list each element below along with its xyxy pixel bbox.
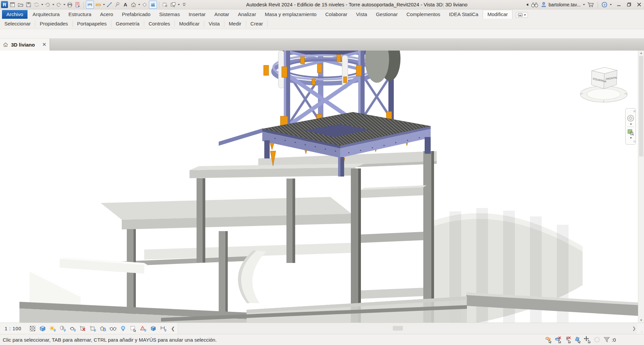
tab-idea-statica[interactable]: IDEA StatiCa <box>445 10 483 19</box>
tab-modificar[interactable]: Modificar <box>483 10 513 19</box>
measure-icon[interactable] <box>95 1 102 8</box>
steering-wheel-icon[interactable] <box>627 114 635 122</box>
antenna-drum[interactable] <box>365 51 400 83</box>
panel-crear[interactable]: Crear <box>246 20 268 27</box>
measure-dropdown-caret[interactable] <box>103 4 105 5</box>
redo-dropdown-caret[interactable] <box>63 4 65 5</box>
search-binoculars-icon[interactable] <box>531 2 539 8</box>
tab-colaborar[interactable]: Colaborar <box>321 10 352 19</box>
tab-masa-y-emplazamiento[interactable]: Masa y emplazamiento <box>260 10 321 19</box>
panel-medir[interactable]: Medir <box>224 20 246 27</box>
scroll-down-arrow[interactable]: ▼ <box>640 318 643 323</box>
reveal-hidden-elements-icon[interactable] <box>119 325 127 333</box>
help-dropdown-caret[interactable] <box>610 4 612 5</box>
vertical-scroll-thumb[interactable] <box>639 56 643 156</box>
customize-qat-icon[interactable] <box>180 1 188 8</box>
navbar-minimize-icon[interactable]: ⊖ <box>633 140 636 143</box>
panel-portapapeles[interactable]: Portapapeles <box>73 20 111 27</box>
text-icon[interactable]: A <box>122 1 129 8</box>
export-icon[interactable] <box>74 1 82 8</box>
user-avatar-icon[interactable] <box>541 2 547 8</box>
concrete-building[interactable] <box>19 151 638 323</box>
thin-lines-icon[interactable] <box>149 1 157 9</box>
undo-dropdown-caret[interactable] <box>52 4 54 5</box>
signed-in-user[interactable]: bartolome.tav... <box>549 2 581 7</box>
print-icon[interactable] <box>66 1 73 8</box>
aligned-dimension-icon[interactable] <box>86 1 94 9</box>
view-tab-3d-liviano[interactable]: 3D liviano ✕ <box>0 39 50 51</box>
reveal-constraints-icon[interactable] <box>159 325 168 333</box>
sync-with-central-icon[interactable] <box>33 1 40 8</box>
tab-gestionar[interactable]: Gestionar <box>372 10 402 19</box>
file-info-icon[interactable] <box>9 1 16 8</box>
open-icon[interactable] <box>17 1 24 8</box>
tab-estructura[interactable]: Estructura <box>64 10 96 19</box>
temporary-hide-isolate-icon[interactable] <box>109 325 117 333</box>
minimize-button[interactable] <box>614 0 624 9</box>
home-view-icon[interactable] <box>3 42 8 48</box>
tag-by-category-icon[interactable] <box>114 1 121 8</box>
3d-view-dropdown-caret[interactable] <box>138 4 140 5</box>
tab-analizar[interactable]: Analizar <box>233 10 260 19</box>
collapse-arrow-icon[interactable] <box>526 3 529 6</box>
tab-archivo[interactable]: Archivo <box>2 10 28 19</box>
select-pinned-elements-icon[interactable] <box>564 336 572 343</box>
sun-path-icon[interactable] <box>48 325 57 333</box>
redo-icon[interactable] <box>55 1 62 8</box>
section-icon[interactable] <box>141 1 148 8</box>
show-rendering-dialog-icon[interactable] <box>68 325 77 333</box>
tab-arquitectura[interactable]: Arquitectura <box>28 10 64 19</box>
sync-dropdown-caret[interactable] <box>41 4 43 5</box>
scroll-right-arrow[interactable]: ❯ <box>632 326 636 331</box>
temporary-view-properties-icon[interactable] <box>129 325 138 333</box>
zoom-region-icon[interactable] <box>627 129 634 136</box>
dimension-line-icon[interactable] <box>106 1 113 8</box>
selection-filter-icon[interactable] <box>603 336 610 343</box>
revit-menu-button[interactable]: R <box>1 1 8 8</box>
select-elements-by-face-icon[interactable] <box>574 336 581 343</box>
crop-view-icon[interactable] <box>78 325 87 333</box>
show-crop-region-icon[interactable] <box>89 325 97 333</box>
view-scale[interactable]: 1 : 100 <box>0 326 28 331</box>
store-cart-icon[interactable] <box>587 2 594 8</box>
select-links-icon[interactable] <box>545 336 552 343</box>
viewcube[interactable]: IZQUIERDA FRONTAL <box>576 63 635 106</box>
drag-elements-on-selection-icon[interactable] <box>584 336 591 343</box>
zoom-dropdown-caret[interactable] <box>630 137 632 139</box>
user-dropdown-caret[interactable] <box>583 4 585 5</box>
default-3d-view-icon[interactable] <box>130 1 137 8</box>
save-icon[interactable] <box>25 1 32 8</box>
close-button[interactable] <box>634 0 644 9</box>
tab-insertar[interactable]: Insertar <box>184 10 210 19</box>
visual-style-icon[interactable] <box>38 325 47 333</box>
resize-grip[interactable]: ∷ <box>637 323 644 335</box>
detail-level-icon[interactable] <box>28 325 37 333</box>
panel-propiedades[interactable]: Propiedades <box>35 20 72 27</box>
switch-windows-icon[interactable] <box>169 1 177 8</box>
view-bar-expand-arrow[interactable]: ❮ <box>168 326 178 331</box>
switch-windows-dropdown-caret[interactable] <box>178 4 180 5</box>
navbar-close-icon[interactable]: ⊗ <box>633 110 636 113</box>
wheel-dropdown-caret[interactable] <box>630 124 632 125</box>
ribbon-display-toggle[interactable] <box>516 12 528 18</box>
drawing-area[interactable]: IZQUIERDA FRONTAL ⊗ ⊖ ▲ ▼ <box>0 51 644 323</box>
horizontal-scrollbar[interactable]: ❯ <box>178 323 637 334</box>
view-tab-close-icon[interactable]: ✕ <box>42 42 47 48</box>
panel-vista[interactable]: Vista <box>204 20 224 27</box>
vertical-scrollbar[interactable]: ▲ ▼ <box>638 51 644 323</box>
viewcube-cube[interactable]: IZQUIERDA FRONTAL <box>591 67 617 89</box>
model-canvas[interactable] <box>0 51 638 323</box>
panel-geometria[interactable]: Geometría <box>111 20 144 27</box>
tab-prefabricado[interactable]: Prefabricado <box>117 10 155 19</box>
tab-anotar[interactable]: Anotar <box>210 10 233 19</box>
select-underlay-elements-icon[interactable] <box>554 336 562 343</box>
tab-vista[interactable]: Vista <box>352 10 372 19</box>
highlight-displacement-sets-icon[interactable] <box>149 325 158 333</box>
panel-seleccionar[interactable]: Seleccionar <box>0 20 35 27</box>
tab-sistemas[interactable]: Sistemas <box>155 10 184 19</box>
tab-complementos[interactable]: Complementos <box>402 10 445 19</box>
undo-icon[interactable] <box>44 1 51 8</box>
scroll-up-arrow[interactable]: ▲ <box>640 51 643 55</box>
tab-acero[interactable]: Acero <box>96 10 117 19</box>
panel-modificar[interactable]: Modificar <box>175 20 204 27</box>
